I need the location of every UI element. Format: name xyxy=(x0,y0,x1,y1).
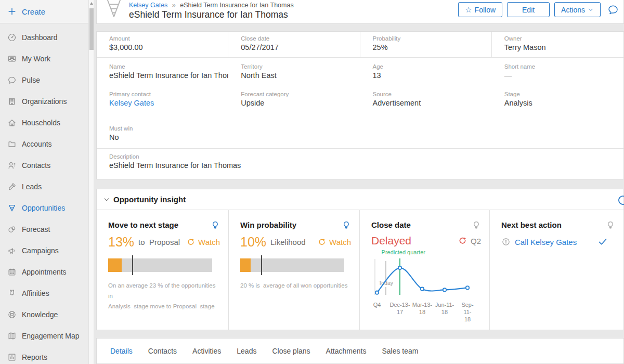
map-icon xyxy=(7,331,17,341)
field-row-2: NameeShield Term Insurance for Ian Thoma… xyxy=(97,58,623,85)
sidebar-item-forecast[interactable]: Forecast xyxy=(0,218,94,240)
tab-activities[interactable]: Activities xyxy=(192,347,221,355)
x-tick: Sep-11-18 xyxy=(461,302,474,323)
sidebar-item-organizations[interactable]: Organizations xyxy=(0,90,94,112)
watch-rotate-icon xyxy=(186,238,196,247)
field-probability: Probability25% xyxy=(360,32,492,57)
chat-bubble-icon[interactable] xyxy=(607,4,619,16)
lightbulb-icon[interactable] xyxy=(211,220,220,230)
field-row-4: Must winNo xyxy=(97,119,623,148)
watch-rotate-icon xyxy=(317,238,327,247)
sidebar: Create Dashboard My Work Pulse Organizat… xyxy=(0,0,94,364)
move-stage-caption: On an average 23 % of the opportunities … xyxy=(108,280,220,311)
insight-header: Opportunity insight xyxy=(97,189,623,210)
lightbulb-icon[interactable] xyxy=(606,220,615,230)
breadcrumb-link[interactable]: Kelsey Gates xyxy=(129,2,167,9)
sidebar-item-my-work[interactable]: My Work xyxy=(0,48,94,69)
breadcrumb-current: eShield Term Insurance for Ian Thomas xyxy=(180,2,293,9)
tab-leads[interactable]: Leads xyxy=(237,347,256,355)
move-stage-percent: 13% xyxy=(108,235,134,250)
primary-contact-link[interactable]: Kelsey Gates xyxy=(109,99,216,107)
win-probability-caption: 20 % is average of all won opportunities xyxy=(240,280,351,291)
next-best-action-card: Next best action Call Kelsey Gates xyxy=(489,210,623,330)
breadcrumb-separator: » xyxy=(172,2,176,9)
scroll-up-arrow[interactable] xyxy=(90,2,93,5)
follow-button[interactable]: ☆ Follow xyxy=(458,2,502,17)
plus-icon xyxy=(7,7,17,16)
field-row-1: Amount$3,000.00 Close date05/27/2017 Pro… xyxy=(97,32,623,58)
person-icon xyxy=(7,161,17,170)
tab-close-plans[interactable]: Close plans xyxy=(272,347,310,355)
create-button[interactable]: Create xyxy=(0,0,94,23)
sidebar-item-affinities[interactable]: Affinities xyxy=(0,282,94,304)
lightbulb-icon[interactable] xyxy=(472,220,481,230)
sidebar-item-reports[interactable]: Reports xyxy=(0,346,94,364)
delayed-rotate-icon xyxy=(458,236,467,246)
sidebar-item-contacts[interactable]: Contacts xyxy=(0,154,94,176)
field-source: SourceAdvertisement xyxy=(360,85,492,119)
tab-contacts[interactable]: Contacts xyxy=(148,347,177,355)
home-icon xyxy=(7,118,17,127)
sparkline-chart: Today xyxy=(371,256,475,301)
forecast-icon xyxy=(7,225,17,234)
flashlight-icon xyxy=(7,182,17,191)
sidebar-scrollbar[interactable] xyxy=(88,0,94,364)
megaphone-icon xyxy=(7,246,17,255)
watch-link[interactable]: Watch xyxy=(317,238,351,247)
lightbulb-icon[interactable] xyxy=(342,220,351,230)
refresh-icon[interactable] xyxy=(617,194,624,206)
sidebar-item-engagement-map[interactable]: Engagement Map xyxy=(0,325,94,346)
inbox-icon xyxy=(7,54,17,63)
barchart-icon xyxy=(7,353,17,362)
tab-sales-team[interactable]: Sales team xyxy=(382,347,418,355)
scrollbar-thumb[interactable] xyxy=(89,8,94,50)
card-title: Close date xyxy=(371,220,411,229)
close-date-chart: Predicted quarter Today Q4 Dec-13-17 Mar… xyxy=(371,249,481,319)
win-probability-progress-bar xyxy=(240,258,344,272)
sidebar-item-pulse[interactable]: Pulse xyxy=(0,69,94,90)
main-area: Kelsey Gates » eShield Term Insurance fo… xyxy=(94,0,624,364)
record-header: Kelsey Gates » eShield Term Insurance fo… xyxy=(96,0,624,24)
sidebar-nav: Dashboard My Work Pulse Organizations Ho… xyxy=(0,23,94,364)
edit-button[interactable]: Edit xyxy=(507,2,550,17)
move-stage-to: to Proposal xyxy=(138,238,180,246)
sidebar-item-appointments[interactable]: Appointments xyxy=(0,261,94,282)
record-tabbar: Details Contacts Activities Leads Close … xyxy=(96,338,624,364)
collapse-chevron-icon[interactable] xyxy=(103,196,110,203)
actions-button[interactable]: Actions xyxy=(554,2,601,17)
lifebuoy-icon xyxy=(7,310,17,319)
opportunity-insight-panel: Opportunity insight Move to next stage 1… xyxy=(96,189,624,330)
watch-link[interactable]: Watch xyxy=(186,238,220,247)
tab-attachments[interactable]: Attachments xyxy=(326,347,367,355)
sidebar-item-dashboard[interactable]: Dashboard xyxy=(0,27,94,48)
folder-icon xyxy=(7,139,17,149)
insight-cards: Move to next stage 13% to Proposal Watch… xyxy=(97,210,623,330)
x-tick: Jun-11-18 xyxy=(435,302,454,316)
field-short-name: Short name— xyxy=(492,58,623,85)
speech-icon xyxy=(7,75,17,85)
sidebar-item-knowledge[interactable]: Knowledge xyxy=(0,304,94,325)
chevron-down-icon xyxy=(588,7,594,13)
field-primary-contact: Primary contactKelsey Gates xyxy=(97,85,228,119)
close-date-card: Close date Delayed Q2 Predicted quarter xyxy=(359,210,489,330)
tab-details[interactable]: Details xyxy=(110,347,133,355)
move-to-next-stage-card: Move to next stage 13% to Proposal Watch… xyxy=(97,210,228,330)
sidebar-item-leads[interactable]: Leads xyxy=(0,176,94,197)
win-probability-percent: 10% xyxy=(240,235,266,250)
sidebar-item-households[interactable]: Households xyxy=(0,112,94,133)
field-close-date: Close date05/27/2017 xyxy=(228,32,360,57)
star-icon: ☆ xyxy=(465,6,472,14)
sidebar-item-accounts[interactable]: Accounts xyxy=(0,133,94,154)
sidebar-item-campaigns[interactable]: Campaigns xyxy=(0,240,94,261)
field-territory: TerritoryNorth East xyxy=(228,58,360,85)
card-title: Move to next stage xyxy=(108,220,178,229)
next-best-action-link[interactable]: Call Kelsey Gates xyxy=(515,238,577,246)
x-tick: Q4 xyxy=(373,302,381,309)
win-probability-label: Likelihood xyxy=(270,238,306,246)
card-title: Win probability xyxy=(240,220,296,229)
card-title: Next best action xyxy=(501,220,562,229)
magnet-icon xyxy=(7,289,17,298)
sidebar-item-opportunities[interactable]: Opportunities xyxy=(0,197,94,218)
info-icon[interactable] xyxy=(501,237,511,246)
accept-check-icon[interactable] xyxy=(597,237,608,247)
